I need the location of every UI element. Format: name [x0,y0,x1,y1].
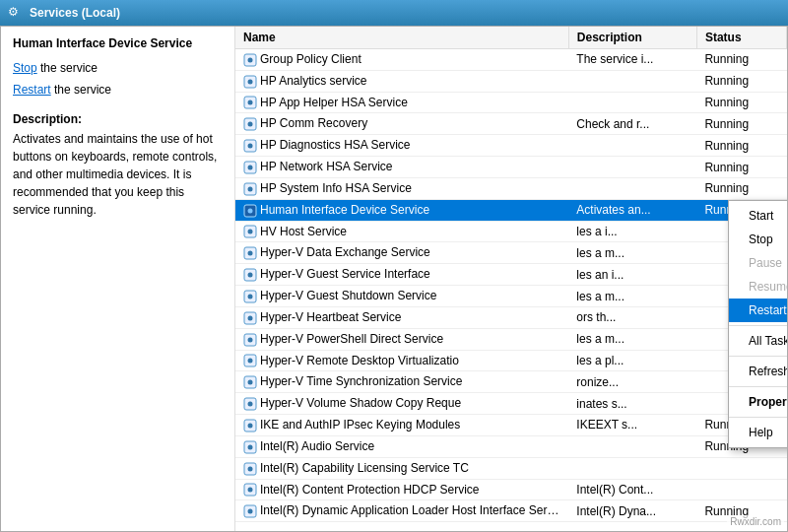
title-bar: ⚙ Services (Local) [0,0,788,26]
table-row[interactable]: Intel(R) Content Protection HDCP Service… [235,479,787,500]
service-icon [243,354,260,367]
restart-link[interactable]: Restart [13,83,51,97]
table-row[interactable]: HP System Info HSA ServiceRunning [235,177,787,199]
table-row[interactable]: Hyper-V Time Synchronization Serviceroni… [235,371,787,393]
service-name: Hyper-V Guest Service Interface [260,267,430,281]
table-row[interactable]: Hyper-V Data Exchange Serviceles a m... [235,242,787,264]
service-name: Hyper-V Volume Shadow Copy Reque [260,396,461,410]
service-name: Hyper-V Remote Desktop Virtualizatio [260,354,459,367]
service-icon [243,52,260,66]
service-icon [243,160,260,173]
context-menu-item: Pause [729,251,787,275]
services-table: Name Description Status Group Policy Cli… [235,27,787,522]
context-menu-separator [729,325,787,326]
svg-point-17 [248,230,253,234]
svg-point-23 [248,294,253,299]
service-icon [243,74,260,88]
table-row[interactable]: IKE and AuthIP IPsec Keying ModulesIKEEX… [235,415,787,436]
table-row[interactable]: HP Network HSA ServiceRunning [235,157,787,178]
service-title: Human Interface Device Service [13,36,223,50]
service-icon [243,332,260,346]
table-row[interactable]: Hyper-V Guest Service Interfaceles an i.… [235,264,787,286]
context-menu: StartStopPauseResumeRestartAll TasksRefr… [728,200,787,448]
left-panel: Human Interface Device Service Stop the … [1,27,235,531]
table-row[interactable]: Hyper-V Heartbeat Serviceors th... [235,306,787,328]
service-name: IKE and AuthIP IPsec Keying Modules [260,418,460,432]
service-name: Intel(R) Capability Licensing Service TC [260,461,469,475]
main-container: Human Interface Device Service Stop the … [0,26,788,532]
service-name: Hyper-V Heartbeat Service [260,310,401,324]
service-icon [243,203,260,217]
svg-point-31 [248,380,253,385]
context-menu-item[interactable]: Properties [729,390,787,414]
table-row[interactable]: HV Host Serviceles a i... [235,221,787,242]
table-header-row: Name Description Status [235,27,787,49]
context-menu-item[interactable]: Start [729,204,787,228]
service-icon [243,396,260,410]
table-row[interactable]: Hyper-V Guest Shutdown Serviceles a m... [235,286,787,307]
service-icon [243,116,260,130]
watermark: Rwxdir.com [727,515,784,528]
table-row[interactable]: Hyper-V PowerShell Direct Serviceles a m… [235,328,787,350]
table-row[interactable]: HP Diagnostics HSA ServiceRunning [235,135,787,157]
svg-point-27 [248,337,253,342]
service-name: HP App Helper HSA Service [260,96,408,109]
context-menu-item: Resume [729,275,787,299]
service-name: Intel(R) Audio Service [260,439,374,453]
svg-point-35 [248,423,253,428]
context-menu-separator [729,386,787,387]
context-menu-item[interactable]: Restart [729,299,787,322]
context-menu-item[interactable]: Help [729,421,787,444]
service-icon [243,289,260,302]
service-name: Intel(R) Content Protection HDCP Service [260,483,480,497]
service-icon [243,374,260,388]
service-icon [243,267,260,281]
service-name: Intel(R) Dynamic Application Loader Host… [260,503,568,517]
context-menu-item[interactable]: All Tasks [729,329,787,353]
svg-point-37 [248,444,253,449]
desc-title: Description: [13,112,223,126]
context-menu-item[interactable]: Refresh [729,360,787,383]
service-name: Human Interface Device Service [260,203,429,217]
table-row[interactable]: Hyper-V Remote Desktop Virtualizatioles … [235,350,787,371]
svg-point-41 [248,488,253,493]
svg-point-39 [248,466,253,471]
svg-point-7 [248,122,253,127]
svg-point-33 [248,402,253,407]
svg-point-3 [248,79,253,84]
context-menu-item[interactable]: Stop [729,228,787,251]
service-name: HP Comm Recovery [260,116,367,130]
table-row[interactable]: Hyper-V Volume Shadow Copy Requeinates s… [235,393,787,415]
table-row[interactable]: HP Comm RecoveryCheck and r...Running [235,113,787,135]
service-name: Hyper-V Data Exchange Service [260,245,430,259]
service-description: Activates and maintains the use of hot b… [13,130,223,219]
svg-point-19 [248,251,253,256]
service-icon [243,418,260,432]
svg-point-1 [248,57,253,62]
table-row[interactable]: HP Analytics serviceRunning [235,70,787,92]
restart-action: Restart the service [13,80,223,101]
service-name: Hyper-V Time Synchronization Service [260,374,462,388]
table-row[interactable]: Human Interface Device ServiceActivates … [235,199,787,221]
table-row[interactable]: Intel(R) Audio ServiceRunning [235,435,787,457]
title-bar-icon: ⚙ [8,5,24,21]
svg-point-25 [248,315,253,320]
service-name: HP Analytics service [260,74,367,88]
service-icon [243,439,260,453]
service-icon [243,245,260,259]
table-row[interactable]: Intel(R) Capability Licensing Service TC [235,457,787,479]
service-icon [243,96,260,109]
table-row[interactable]: Intel(R) Dynamic Application Loader Host… [235,500,787,522]
service-name: HP Network HSA Service [260,160,393,173]
svg-point-13 [248,186,253,191]
service-name: Hyper-V Guest Shutdown Service [260,289,436,302]
stop-action: Stop the service [13,58,223,80]
service-name: HV Host Service [260,225,347,238]
table-row[interactable]: Group Policy ClientThe service i...Runni… [235,49,787,71]
context-menu-separator [729,356,787,357]
table-row[interactable]: HP App Helper HSA ServiceRunning [235,92,787,113]
svg-point-15 [248,208,253,213]
service-icon [243,181,260,195]
stop-link[interactable]: Stop [13,61,37,75]
svg-point-9 [248,144,253,149]
